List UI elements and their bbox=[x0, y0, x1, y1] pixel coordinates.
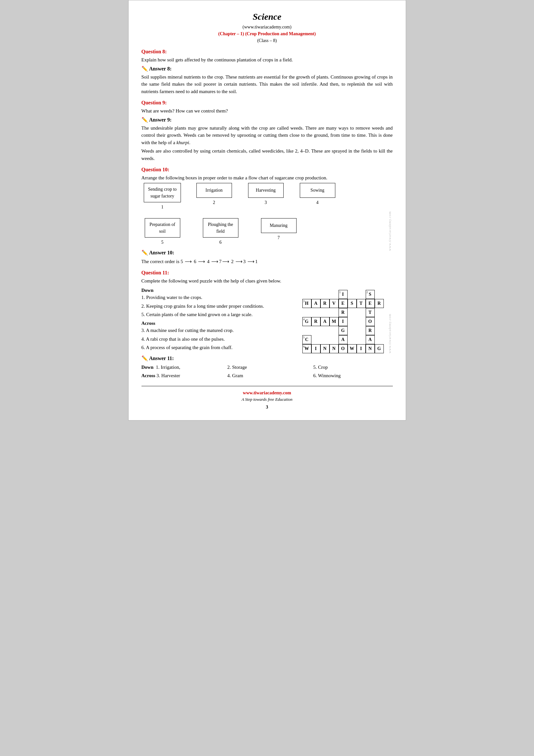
cw-r5c4: A bbox=[339, 335, 347, 344]
flowchart: Sending crop tosugar factory 1 Irrigatio… bbox=[141, 183, 393, 248]
watermark-crossword: www.tiwariacademy.com bbox=[387, 290, 392, 353]
cw-r2c6 bbox=[357, 308, 366, 317]
across-clue-6: 6. A process of separating the grain fro… bbox=[141, 344, 296, 351]
flowchart-cell-1: Sending crop tosugar factory 1 bbox=[141, 183, 184, 210]
question-9: Question 9: What are weeds? How can we c… bbox=[141, 99, 393, 162]
crossword-section: Down 1. Providing water to the crops. 2.… bbox=[141, 287, 393, 353]
a11-crop: 5. Crop bbox=[313, 364, 393, 371]
a10-order: The correct order is 5 ⟶ 6 ⟶ 4 ⟶7⟶ 2 ⟶3 … bbox=[141, 258, 393, 265]
cw-r3c3: M bbox=[329, 317, 339, 326]
cw-r4c3 bbox=[329, 326, 339, 335]
question-8: Question 8: Explain how soil gets affect… bbox=[141, 48, 393, 95]
cw-r1c3: V bbox=[329, 299, 339, 308]
cw-r5c7: A bbox=[366, 335, 375, 344]
page: Science (www.tiwariacademy.com) (Chapter… bbox=[128, 0, 406, 420]
cw-r4c6 bbox=[357, 326, 366, 335]
cw-r3c6 bbox=[357, 317, 366, 326]
flowchart-cell-7: Manuring 7 bbox=[258, 218, 300, 241]
footer-page: 3 bbox=[141, 404, 393, 411]
a9-text2: Weeds are also controlled by using certa… bbox=[141, 148, 393, 162]
flowchart-num-4: 4 bbox=[316, 199, 318, 206]
cw-r1c0: 3H bbox=[302, 299, 312, 308]
cw-r5c2 bbox=[320, 335, 329, 344]
a11-label: ✏️ Answer 11: bbox=[141, 355, 393, 362]
cw-r0c8 bbox=[375, 290, 384, 299]
across-clue-3: 3. A machine used for cutting the mature… bbox=[141, 327, 296, 334]
cw-r6c5: W bbox=[347, 344, 357, 353]
flowchart-num-1: 1 bbox=[161, 203, 164, 210]
cw-r2c3 bbox=[329, 308, 339, 317]
cw-r4c2 bbox=[320, 326, 329, 335]
a11-gram: 4. Gram bbox=[227, 372, 307, 379]
q9-label: Question 9: bbox=[141, 99, 393, 107]
cw-r1c4: E bbox=[339, 299, 347, 308]
a8-label: ✏️ Answer 8: bbox=[141, 65, 393, 73]
flowchart-row1: Sending crop tosugar factory 1 Irrigatio… bbox=[141, 183, 393, 210]
q9-text: What are weeds? How can we control them? bbox=[141, 107, 393, 115]
pencil-icon-3: ✏️ bbox=[141, 249, 148, 256]
flowchart-box-5: Preparation ofsoil bbox=[145, 218, 180, 237]
cw-r1c7: E bbox=[366, 299, 375, 308]
cw-r2c8 bbox=[375, 308, 384, 317]
cw-r3c0: 4G bbox=[302, 317, 312, 326]
flowchart-box-3: Harvesting bbox=[248, 183, 284, 198]
cw-r1c1: A bbox=[312, 299, 320, 308]
flowchart-cell-3: Harvesting 3 bbox=[245, 183, 287, 206]
flowchart-cell-4: Sowing 4 bbox=[296, 183, 339, 206]
cw-r3c1: R bbox=[312, 317, 320, 326]
page-title: Science bbox=[141, 10, 393, 24]
cw-r1c6: T bbox=[357, 299, 366, 308]
cw-r0c6 bbox=[357, 290, 366, 299]
flowchart-box-6: Ploughing thefield bbox=[203, 218, 239, 237]
a11-across: Across 3. Harvester bbox=[141, 372, 221, 379]
header: Science (www.tiwariacademy.com) (Chapter… bbox=[141, 10, 393, 44]
cw-r6c4: O bbox=[339, 344, 347, 353]
cw-r5c0: 5C bbox=[302, 335, 312, 344]
cw-r4c5 bbox=[347, 326, 357, 335]
cw-r0c7: 2S bbox=[366, 290, 375, 299]
q10-text: Arrange the following boxes in proper or… bbox=[141, 174, 393, 182]
cw-r3c5 bbox=[347, 317, 357, 326]
cw-r5c1 bbox=[312, 335, 320, 344]
cw-r0c3 bbox=[329, 290, 339, 299]
watermark-flowchart: www.tiwariacademy.com bbox=[387, 186, 392, 251]
crossword-grid: 1I 2S 3H A R V E S T E bbox=[302, 290, 393, 353]
cw-r2c5 bbox=[347, 308, 357, 317]
flowchart-row2: Preparation ofsoil 5 Ploughing thefield … bbox=[141, 218, 393, 246]
across-clue-4: 4. A rabi crop that is also one of the p… bbox=[141, 336, 296, 343]
pencil-icon: ✏️ bbox=[141, 65, 148, 73]
header-class: (Class – 8) bbox=[141, 37, 393, 44]
a10-label: ✏️ Answer 10: bbox=[141, 249, 393, 256]
cw-r5c5 bbox=[347, 335, 357, 344]
down-label: Down bbox=[141, 287, 296, 294]
cw-r4c4: G bbox=[339, 326, 347, 335]
pencil-icon-4: ✏️ bbox=[141, 355, 148, 362]
question-11: Question 11: Complete the following word… bbox=[141, 269, 393, 379]
q8-label: Question 8: bbox=[141, 48, 393, 56]
cw-r0c5 bbox=[347, 290, 357, 299]
flowchart-box-7: Manuring bbox=[261, 218, 296, 233]
cw-r6c1: I bbox=[312, 344, 320, 353]
flowchart-num-2: 2 bbox=[213, 199, 215, 206]
header-website: (www.tiwariacademy.com) bbox=[141, 24, 393, 30]
across-label: Across bbox=[141, 320, 296, 327]
cw-r0c0 bbox=[302, 290, 312, 299]
cw-r3c2: A bbox=[320, 317, 329, 326]
cw-r4c0 bbox=[302, 326, 312, 335]
a8-text: Soil supplies mineral nutrients to the c… bbox=[141, 73, 393, 95]
cw-r6c6: I bbox=[357, 344, 366, 353]
cw-r0c2 bbox=[320, 290, 329, 299]
down-clue-2: 2. Keeping crop grains for a long time u… bbox=[141, 303, 296, 310]
cw-r2c1 bbox=[312, 308, 320, 317]
footer-website: www.tiwariacademy.com bbox=[141, 390, 393, 396]
a11-storage: 2. Storage bbox=[227, 364, 307, 371]
cw-r4c7: R bbox=[366, 326, 375, 335]
question-10: Question 10: Arrange the following boxes… bbox=[141, 166, 393, 265]
pencil-icon-2: ✏️ bbox=[141, 116, 148, 124]
footer: www.tiwariacademy.com A Step towards fre… bbox=[141, 386, 393, 411]
cw-r4c8 bbox=[375, 326, 384, 335]
cw-r6c8: G bbox=[375, 344, 384, 353]
cw-r3c7: O bbox=[366, 317, 375, 326]
header-chapter: (Chapter – 1) (Crop Production and Manag… bbox=[141, 30, 393, 37]
cw-r5c6 bbox=[357, 335, 366, 344]
